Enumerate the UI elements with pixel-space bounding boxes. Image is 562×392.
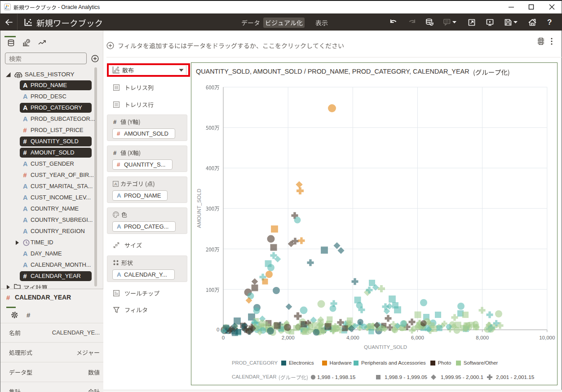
svg-text:A: A	[114, 182, 117, 186]
